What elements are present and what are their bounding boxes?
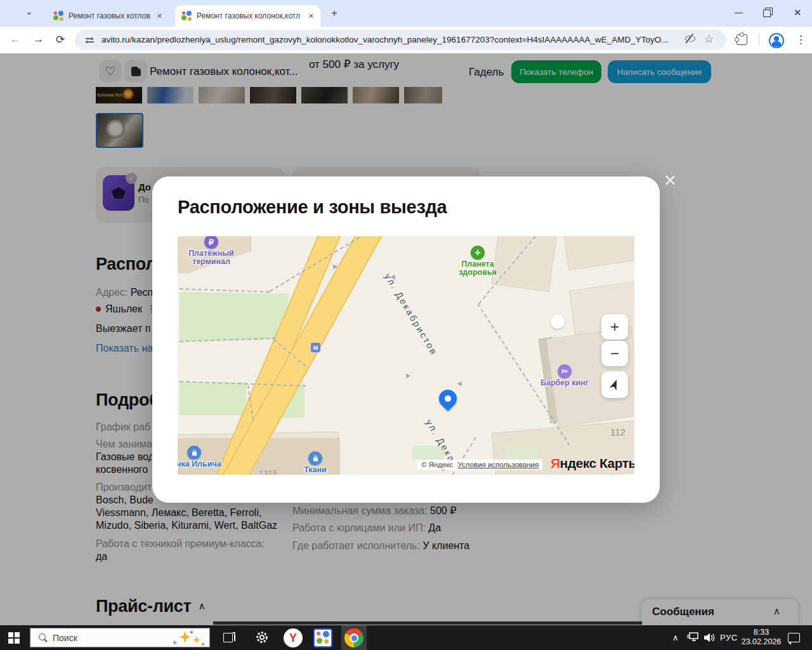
sparkle-icon	[172, 640, 178, 646]
map-building-round	[551, 315, 565, 329]
street-label: ул. Декабристов	[383, 272, 440, 357]
new-tab-button[interactable]: +	[331, 7, 337, 20]
bookmark-star-icon[interactable]: ☆	[704, 32, 714, 46]
start-button[interactable]	[8, 632, 20, 644]
network-icon[interactable]	[686, 632, 699, 646]
shop-bag-icon	[308, 451, 322, 465]
minus-icon: −	[610, 345, 619, 362]
chrome-icon[interactable]	[344, 628, 363, 647]
date: 23.02.2026	[741, 637, 782, 647]
poi-payment-terminal[interactable]: ₽ Платёжный терминал	[178, 236, 249, 266]
language-indicator[interactable]: РУС	[720, 633, 738, 642]
zoom-in-button[interactable]: +	[601, 314, 628, 340]
volume-icon[interactable]	[703, 632, 716, 646]
tab-title: Ремонт газовых котлов в Каза	[69, 11, 152, 20]
sparkle-dot	[202, 643, 204, 646]
avito-app-icon[interactable]	[313, 628, 332, 647]
location-modal: Расположение и зоны выезда	[152, 176, 660, 503]
sparkle-dot	[190, 631, 193, 633]
yandex-browser-icon[interactable]: Y	[284, 628, 303, 647]
tab-strip: ⌄ Ремонт газовых котлов в Каза ✕ Ремонт …	[0, 0, 812, 27]
house-number: 112	[610, 427, 625, 437]
road-arrow-icon	[457, 380, 464, 386]
tracking-blocked-eye-icon[interactable]	[684, 34, 697, 43]
settings-gear-icon[interactable]	[255, 630, 269, 647]
poi-pharmacy[interactable]: + Планета здоровья	[440, 246, 516, 277]
window-restore-button-front[interactable]	[763, 10, 771, 17]
yandex-logo-ya: Я	[551, 456, 560, 470]
tab-remont-kotlov[interactable]: Ремонт газовых котлов в Каза ✕	[47, 5, 169, 27]
tab-title: Ремонт газовых колонок,котл	[197, 11, 303, 20]
tab-remont-kolonok-active[interactable]: Ремонт газовых колонок,котл ✕	[175, 5, 320, 27]
url-text[interactable]: avito.ru/kazan/predlozheniya_uslug/remon…	[102, 35, 668, 44]
yandex-logo-rest: ндекс Карты	[560, 456, 634, 470]
yandex-map[interactable]: ул. Декабристов ул. Дека ₽ Платёжный тер…	[178, 236, 634, 475]
map-attribution: © Яндекс Условия использования	[417, 460, 542, 470]
tab-close-icon[interactable]: ✕	[157, 13, 162, 20]
avito-favicon	[53, 11, 63, 21]
windows-taskbar: Поиск Y ∧	[0, 625, 812, 650]
site-settings-icon[interactable]	[86, 38, 94, 43]
window-close-button[interactable]: ✕	[794, 7, 802, 18]
modal-close-icon[interactable]: ✕	[664, 171, 677, 190]
navigation-arrow-icon	[608, 378, 621, 391]
modal-title: Расположение и зоны выезда	[178, 197, 447, 218]
tab-close-icon[interactable]: ✕	[308, 13, 314, 20]
taskbar-search-box[interactable]: Поиск	[30, 628, 210, 647]
reload-icon[interactable]: ⟳	[56, 33, 65, 46]
ruble-icon: ₽	[204, 236, 218, 249]
pharmacy-plus-icon: +	[471, 246, 485, 260]
search-icon-handle	[44, 639, 47, 642]
screen: ⌄ Ремонт газовых котлов в Каза ✕ Ремонт …	[0, 0, 812, 650]
poi-barber[interactable]: ✂ Барбер кинг	[527, 364, 603, 387]
task-view-icon[interactable]	[223, 632, 236, 644]
zoom-out-button[interactable]: −	[601, 341, 628, 366]
clock[interactable]: 8:33 23.02.2026	[741, 628, 782, 647]
avito-favicon	[181, 11, 192, 21]
search-placeholder: Поиск	[53, 633, 77, 643]
plus-icon: +	[610, 318, 619, 336]
tray-expand-icon[interactable]: ∧	[672, 633, 679, 642]
sparkle-icon	[179, 631, 191, 643]
extensions-icon[interactable]	[737, 34, 747, 45]
yandex-maps-logo[interactable]: Яндекс Карты	[551, 456, 634, 471]
back-icon[interactable]: ←	[10, 33, 21, 46]
scissors-icon: ✂	[558, 364, 572, 378]
road-arrow-icon	[404, 374, 410, 380]
map-park	[180, 292, 289, 342]
shop-bag-icon	[187, 446, 201, 460]
terms-link[interactable]: Условия использования	[458, 461, 539, 468]
transit-stop-icon: М	[311, 343, 320, 352]
sparkle-icon	[193, 636, 200, 644]
house-number: 1315	[259, 468, 277, 475]
window-minimize-button[interactable]: —	[735, 8, 743, 17]
map-park	[180, 382, 246, 415]
map-boundary	[180, 288, 270, 293]
poi-shop-tkani[interactable]: Ткани	[277, 451, 353, 474]
forward-icon[interactable]: →	[33, 33, 44, 46]
tab-search-icon[interactable]: ⌄	[25, 6, 33, 17]
browser-menu-icon[interactable]: ⋮	[796, 33, 806, 46]
map-building	[564, 236, 634, 270]
location-pin-icon	[435, 386, 461, 411]
geolocate-button[interactable]	[601, 371, 628, 398]
notification-center-icon[interactable]	[788, 633, 800, 642]
copyright-text: © Яндекс	[421, 461, 453, 468]
time: 8:33	[741, 628, 782, 637]
toolbar-divider	[759, 33, 759, 46]
profile-avatar-icon[interactable]	[769, 33, 784, 48]
poi-shop-ilyicha[interactable]: почка Ильича	[178, 446, 232, 468]
